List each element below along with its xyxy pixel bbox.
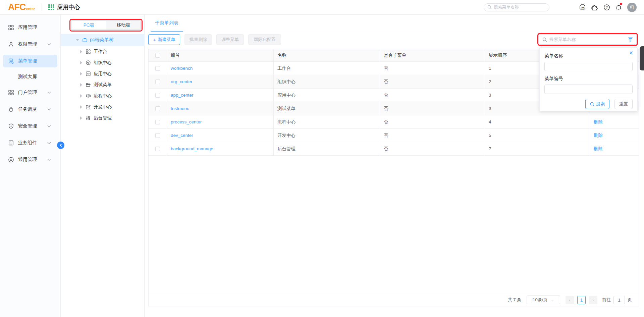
row-checkbox[interactable] [155,106,160,111]
table-search-input[interactable]: 搜索菜单名称 [539,34,637,45]
tree-item-backend-management[interactable]: 后台管理 [61,112,145,123]
help-icon[interactable]: ? [603,4,610,11]
menu-code-link[interactable]: org_center [171,79,193,84]
adjust-menu-button[interactable]: 调整菜单 [216,34,244,45]
menu-code-link[interactable]: process_center [171,119,202,124]
page-title: 应用中心 [57,3,80,11]
chevron-down-icon [47,159,51,161]
delete-link[interactable]: 删除 [594,119,603,125]
caret-collapsed-icon[interactable] [80,116,82,120]
row-checkbox[interactable] [155,93,160,98]
sidebar-item-portal-management[interactable]: 门户管理 [0,84,60,101]
menu-tree-panel: PC端 移动端 pc端菜单树 工作台 组织中心 应用中心 测试菜单 [61,15,145,317]
filter-funnel-icon[interactable] [628,37,633,42]
sidebar-item-permission-management[interactable]: 权限管理 [0,36,60,53]
ai-assistant-icon[interactable]: AI [579,4,586,11]
chart-square-icon [86,71,91,76]
page-size-select[interactable]: 10条/页 ⌄ [527,296,560,304]
caret-expanded-icon[interactable] [76,39,79,41]
row-checkbox[interactable] [155,147,160,151]
caret-collapsed-icon[interactable] [80,94,82,98]
tree-item-process-center[interactable]: 流程中心 [61,90,145,101]
caret-collapsed-icon[interactable] [80,105,82,109]
tab-mobile[interactable]: 移动端 [106,21,141,30]
tab-pc[interactable]: PC端 [71,21,106,30]
shield-icon [8,123,14,129]
i18n-config-button[interactable]: 国际化配置 [248,34,281,45]
caret-collapsed-icon[interactable] [80,83,82,87]
main-sidebar: 应用管理 权限管理 菜单管理 测试大屏 门户管理 任务调度 安全管理 业务组件 … [0,15,61,317]
sidebar-item-business-components[interactable]: 业务组件 [0,135,60,151]
chevron-down-icon: ⌄ [551,298,554,302]
tree-item-dev-center[interactable]: 开发中心 [61,101,145,112]
tree-item-org-center[interactable]: 组织中心 [61,57,145,68]
batch-delete-button[interactable]: 批量删除 [184,34,212,45]
user-avatar[interactable]: 租 [627,3,637,12]
new-menu-button[interactable]: + 新建菜单 [148,34,180,45]
sidebar-collapse-button[interactable] [57,142,64,149]
plus-icon: + [153,37,156,43]
current-page-button[interactable]: 1 [577,296,586,304]
caret-collapsed-icon[interactable] [80,72,82,75]
logo-text: AFC [8,2,26,12]
sidebar-item-app-management[interactable]: 应用管理 [0,19,60,36]
sidebar-item-security-management[interactable]: 安全管理 [0,118,60,135]
chevron-down-icon [47,108,51,111]
filter-search-button[interactable]: 搜索 [585,99,609,109]
prev-page-button[interactable]: ‹ [566,296,574,304]
filter-reset-button[interactable]: 重置 [614,99,633,109]
search-icon [590,102,594,106]
column-header-name[interactable]: 名称 [274,49,380,61]
menu-code-link[interactable]: workbench [171,66,193,71]
caret-collapsed-icon[interactable] [80,61,82,64]
briefcase-icon [82,37,88,43]
menu-doc-icon [8,58,14,64]
chevron-down-icon [47,43,51,46]
caret-collapsed-icon[interactable] [80,50,82,53]
menu-name-input[interactable] [544,62,633,71]
sidebar-item-general-management[interactable]: 通用管理 [0,151,60,168]
chevron-down-icon [47,92,51,94]
app-grid-icon[interactable] [48,4,54,10]
delete-link[interactable]: 删除 [594,146,603,152]
tab-submenu-list[interactable]: 子菜单列表 [155,15,178,31]
row-checkbox[interactable] [155,133,160,138]
column-header-code[interactable]: 编号 [167,49,274,61]
row-checkbox[interactable] [155,120,160,124]
main-content: 子菜单列表 + 新建菜单 批量删除 调整菜单 国际化配置 搜索菜单名称 编号 名… [145,15,644,317]
goto-page-input[interactable] [613,296,625,304]
close-icon[interactable]: ✕ [629,50,633,56]
scales-icon [86,93,91,99]
tree-item-test-menu[interactable]: 测试菜单 [61,79,145,90]
select-all-checkbox[interactable] [155,53,160,58]
sidebar-item-task-scheduling[interactable]: 任务调度 [0,101,60,118]
puzzle-icon[interactable] [591,4,598,11]
notification-badge [620,3,622,5]
row-checkbox[interactable] [155,80,160,84]
tree-item-workbench[interactable]: 工作台 [61,46,145,57]
column-header-is-submenu[interactable]: 是否子菜单 [380,49,485,61]
app-header: AFC enter 应用中心 搜索菜单名称 AI ? 租 [0,0,644,15]
component-card-icon [8,140,14,146]
afcenter-logo[interactable]: AFC enter [8,2,35,12]
menu-code-input[interactable] [544,85,633,94]
menu-code-link[interactable]: background_manage [171,146,213,151]
next-page-button[interactable]: › [589,296,597,304]
header-divider [42,4,42,11]
menu-code-link[interactable]: dev_center [171,133,193,138]
delete-link[interactable]: 删除 [594,133,603,139]
scrollbar-thumb[interactable] [640,46,644,70]
row-checkbox[interactable] [155,66,160,71]
sidebar-item-test-screen[interactable]: 测试大屏 [0,69,60,84]
table-toolbar: + 新建菜单 批量删除 调整菜单 国际化配置 [148,34,281,45]
tree-item-app-center[interactable]: 应用中心 [61,68,145,79]
table-row: background_manage 后台管理 否 7 删除 [149,142,639,156]
tree-root-pc-menu-tree[interactable]: pc端菜单树 [61,34,145,46]
menu-code-link[interactable]: app_center [171,93,194,98]
global-search-input[interactable]: 搜索菜单名称 [484,3,549,11]
target-icon [8,157,14,163]
menu-code-link[interactable]: testmenu [171,106,190,111]
notification-bell-icon[interactable] [615,4,622,11]
total-count: 共 7 条 [508,297,521,303]
sidebar-item-menu-management[interactable]: 菜单管理 [3,55,57,67]
